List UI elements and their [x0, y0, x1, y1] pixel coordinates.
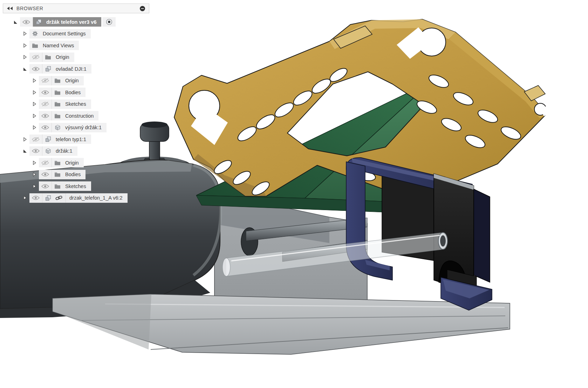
tree-row[interactable]: držák:1: [3, 146, 149, 156]
expand-arrow-icon[interactable]: [31, 123, 38, 132]
tree-row[interactable]: Sketches: [3, 181, 149, 191]
expand-arrow-icon[interactable]: [31, 181, 38, 191]
tree-row-main[interactable]: telefon typ1:1: [42, 134, 91, 144]
eye-icon[interactable]: [20, 17, 33, 27]
expand-arrow-icon[interactable]: [31, 76, 38, 85]
tree-row[interactable]: Bodies: [3, 88, 149, 97]
expand-arrow-icon[interactable]: [12, 17, 19, 27]
tree-row[interactable]: drzak_telefon_1_A v6:2: [3, 193, 149, 203]
tree-row-main[interactable]: Bodies: [52, 88, 86, 97]
tree-item-label: Origin: [63, 78, 79, 83]
expand-arrow-icon[interactable]: [31, 99, 38, 109]
item-type-icon: [52, 125, 63, 131]
tree-row-main[interactable]: Origin: [42, 53, 74, 62]
tree-item-label: Origin: [54, 54, 69, 60]
tree-row-main[interactable]: ovladač DJI:1: [42, 64, 91, 74]
base-tray-part[interactable]: [53, 294, 510, 354]
tree-item-label: Bodies: [63, 172, 81, 177]
activate-radio[interactable]: [102, 17, 116, 27]
expand-arrow-icon[interactable]: [21, 53, 28, 62]
tree-item-label: držák:1: [54, 148, 73, 154]
tree-item-label: Document Settings: [41, 31, 86, 36]
item-type-icon: [42, 195, 54, 201]
tree-row-main[interactable]: drzak_telefon_1_A v6:2: [42, 193, 128, 203]
tree-row[interactable]: ovladač DJI:1: [3, 64, 149, 74]
tree-item-label: Named Views: [41, 43, 74, 48]
tree-row-main[interactable]: výsuvný držák:1: [52, 123, 107, 132]
panel-title: BROWSER: [16, 6, 139, 11]
tree-row[interactable]: Origin: [3, 53, 149, 62]
tree-row-main[interactable]: Document Settings: [29, 29, 91, 39]
tree-row-main[interactable]: Sketches: [52, 99, 91, 109]
item-type-icon: [52, 184, 63, 189]
eye-icon[interactable]: [29, 193, 42, 203]
eye-icon[interactable]: [39, 111, 52, 120]
tree-row[interactable]: držák telefon ver3 v6: [3, 17, 149, 27]
item-type-icon: [52, 160, 63, 165]
eye-icon[interactable]: [39, 158, 52, 167]
expand-arrow-icon[interactable]: [21, 134, 28, 144]
tree-row[interactable]: Sketches: [3, 99, 149, 109]
link-icon: [54, 195, 64, 200]
tree-item-label: výsuvný držák:1: [63, 125, 102, 130]
expand-arrow-icon[interactable]: [31, 158, 38, 167]
fusion-viewport: BROWSER: [0, 0, 588, 388]
tree-row-main[interactable]: Construction: [52, 111, 98, 120]
tree-item-label: Construction: [63, 113, 94, 119]
item-type-icon: [29, 43, 41, 48]
tree-item-label: držák telefon ver3 v6: [44, 19, 96, 25]
browser-tree: držák telefon ver3 v6: [3, 17, 149, 203]
tree-row[interactable]: výsuvný držák:1: [3, 123, 149, 132]
tree-item-label: drzak_telefon_1_A v6:2: [66, 193, 123, 203]
browser-panel-header: BROWSER: [3, 4, 149, 13]
tree-row[interactable]: Origin: [3, 76, 149, 85]
tree-row[interactable]: Construction: [3, 111, 149, 120]
browser-panel: BROWSER: [3, 4, 149, 205]
item-type-icon: [29, 31, 41, 36]
expand-arrow-icon[interactable]: [31, 170, 38, 179]
item-type-icon: [52, 172, 63, 177]
eye-icon[interactable]: [39, 88, 52, 97]
item-type-icon: [42, 148, 54, 154]
eye-icon[interactable]: [29, 146, 42, 156]
expand-arrow-icon[interactable]: [31, 111, 38, 120]
tree-row-main[interactable]: Bodies: [52, 170, 86, 179]
item-type-icon: [42, 136, 54, 142]
eye-icon[interactable]: [39, 181, 52, 191]
eye-icon[interactable]: [39, 76, 52, 85]
expand-arrow-icon[interactable]: [31, 88, 38, 97]
panel-minimize-icon[interactable]: [139, 6, 145, 12]
tree-row-main[interactable]: Sketches: [52, 181, 91, 191]
tree-item-label: Bodies: [63, 90, 81, 95]
tree-row-main[interactable]: držák telefon ver3 v6: [33, 17, 101, 27]
expand-arrow-icon[interactable]: [21, 146, 28, 156]
tree-row-main[interactable]: Origin: [52, 76, 84, 85]
eye-icon[interactable]: [29, 53, 42, 62]
tree-row-main[interactable]: držák:1: [42, 146, 77, 156]
expand-arrow-icon[interactable]: [21, 41, 28, 50]
tree-row[interactable]: Bodies: [3, 170, 149, 179]
item-type-icon: [52, 90, 63, 95]
tree-row-main[interactable]: Origin: [52, 158, 84, 167]
item-type-icon: [42, 66, 54, 72]
tree-item-label: telefon typ1:1: [54, 137, 86, 142]
eye-icon[interactable]: [29, 64, 42, 74]
tree-row[interactable]: Document Settings: [3, 29, 149, 39]
expand-arrow-icon[interactable]: [21, 29, 28, 39]
tree-item-label: Origin: [63, 160, 79, 166]
tree-row[interactable]: telefon typ1:1: [3, 134, 149, 144]
eye-icon[interactable]: [39, 123, 52, 132]
eye-icon[interactable]: [39, 170, 52, 179]
expand-arrow-icon[interactable]: [21, 64, 28, 74]
item-type-icon: [52, 78, 63, 83]
item-type-icon: [52, 102, 63, 106]
panel-collapse-icon[interactable]: [7, 6, 13, 11]
expand-arrow-icon[interactable]: [21, 193, 28, 203]
item-type-icon: [33, 19, 44, 25]
item-type-icon: [42, 55, 54, 60]
tree-row-main[interactable]: Named Views: [29, 41, 79, 50]
eye-icon[interactable]: [29, 134, 42, 144]
tree-row[interactable]: Origin: [3, 158, 149, 167]
tree-row[interactable]: Named Views: [3, 41, 149, 50]
eye-icon[interactable]: [39, 99, 52, 109]
